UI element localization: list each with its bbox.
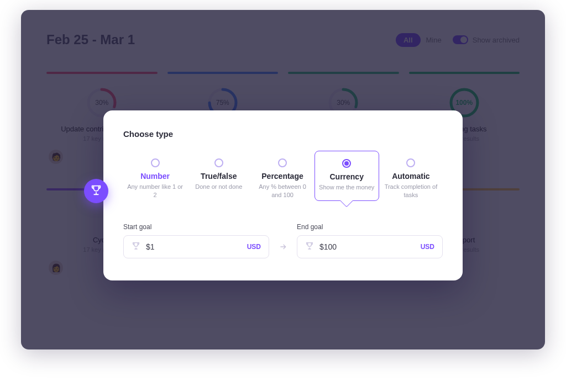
type-option-automatic[interactable]: Automatic Track completion of tasks [379,151,443,209]
type-desc: Any % between 0 and 100 [254,183,311,200]
radio-icon[interactable] [151,158,160,167]
end-goal-label: End goal [297,223,443,231]
choose-type-modal: Choose type Number Any number like 1 or … [103,110,463,280]
type-desc: Show me the money [318,183,375,192]
type-name: Currency [318,172,375,181]
arrow-right-icon [278,235,288,258]
type-name: Number [127,172,184,181]
trophy-badge[interactable] [84,179,108,203]
trophy-icon [305,241,314,252]
type-option-number[interactable]: Number Any number like 1 or 2 [123,151,187,209]
start-goal-unit: USD [247,243,261,251]
start-goal-label: Start goal [123,223,269,231]
modal-heading: Choose type [123,129,443,139]
type-name: Automatic [382,172,439,181]
type-option-percentage[interactable]: Percentage Any % between 0 and 100 [250,151,314,209]
type-desc: Done or not done [190,183,247,191]
radio-icon[interactable] [406,158,415,167]
type-desc: Track completion of tasks [382,183,439,200]
type-option-truefalse[interactable]: True/false Done or not done [187,151,250,200]
start-goal-value[interactable]: $1 [146,242,242,251]
radio-icon[interactable] [342,159,351,168]
trophy-icon [132,241,140,252]
end-goal-unit: USD [421,243,434,251]
start-goal-field[interactable]: $1 USD [123,235,269,258]
type-name: True/false [190,172,247,181]
type-desc: Any number like 1 or 2 [127,183,184,200]
trophy-icon [90,184,102,198]
end-goal-value[interactable]: $100 [319,242,415,251]
type-option-currency[interactable]: Currency Show me the money [315,151,379,201]
end-goal-field[interactable]: $100 USD [297,235,443,258]
radio-icon[interactable] [214,158,223,167]
goal-inputs-row: Start goal $1 USD End goal $100 USD [123,223,443,258]
type-options: Number Any number like 1 or 2 True/false… [123,151,443,209]
radio-icon[interactable] [278,158,287,167]
type-name: Percentage [254,172,311,181]
